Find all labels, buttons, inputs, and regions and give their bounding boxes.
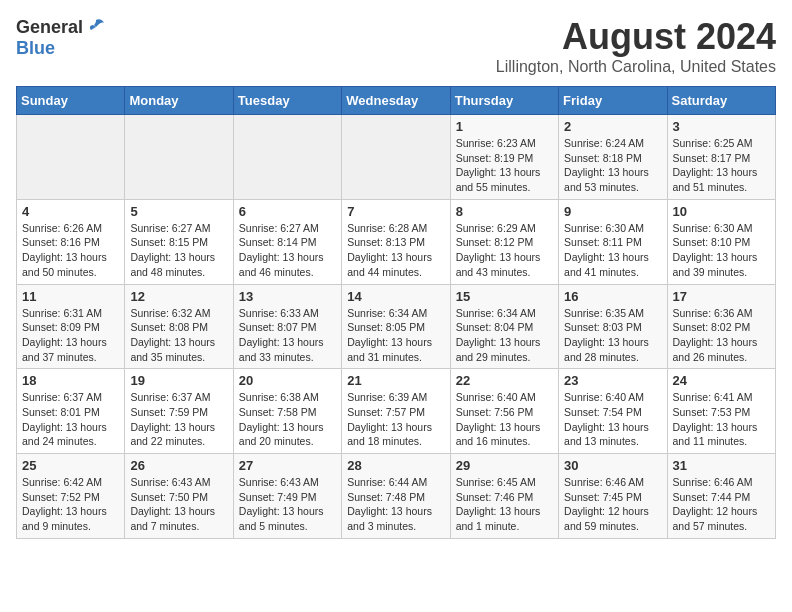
day-info: Sunrise: 6:37 AM Sunset: 8:01 PM Dayligh… [22, 390, 119, 449]
calendar-cell: 24Sunrise: 6:41 AM Sunset: 7:53 PM Dayli… [667, 369, 775, 454]
day-number: 7 [347, 204, 444, 219]
calendar-cell: 2Sunrise: 6:24 AM Sunset: 8:18 PM Daylig… [559, 115, 667, 200]
calendar-cell: 5Sunrise: 6:27 AM Sunset: 8:15 PM Daylig… [125, 199, 233, 284]
day-info: Sunrise: 6:26 AM Sunset: 8:16 PM Dayligh… [22, 221, 119, 280]
day-number: 10 [673, 204, 770, 219]
day-number: 30 [564, 458, 661, 473]
weekday-header: Wednesday [342, 87, 450, 115]
day-number: 2 [564, 119, 661, 134]
weekday-header: Tuesday [233, 87, 341, 115]
calendar-table: SundayMondayTuesdayWednesdayThursdayFrid… [16, 86, 776, 539]
calendar-cell: 9Sunrise: 6:30 AM Sunset: 8:11 PM Daylig… [559, 199, 667, 284]
calendar-week-row: 18Sunrise: 6:37 AM Sunset: 8:01 PM Dayli… [17, 369, 776, 454]
day-info: Sunrise: 6:30 AM Sunset: 8:11 PM Dayligh… [564, 221, 661, 280]
day-info: Sunrise: 6:37 AM Sunset: 7:59 PM Dayligh… [130, 390, 227, 449]
day-info: Sunrise: 6:46 AM Sunset: 7:45 PM Dayligh… [564, 475, 661, 534]
calendar-cell: 27Sunrise: 6:43 AM Sunset: 7:49 PM Dayli… [233, 454, 341, 539]
day-info: Sunrise: 6:32 AM Sunset: 8:08 PM Dayligh… [130, 306, 227, 365]
day-number: 29 [456, 458, 553, 473]
day-number: 20 [239, 373, 336, 388]
day-info: Sunrise: 6:24 AM Sunset: 8:18 PM Dayligh… [564, 136, 661, 195]
day-number: 14 [347, 289, 444, 304]
day-number: 23 [564, 373, 661, 388]
day-number: 25 [22, 458, 119, 473]
day-number: 17 [673, 289, 770, 304]
logo: General Blue [16, 16, 107, 59]
calendar-cell: 8Sunrise: 6:29 AM Sunset: 8:12 PM Daylig… [450, 199, 558, 284]
weekday-header-row: SundayMondayTuesdayWednesdayThursdayFrid… [17, 87, 776, 115]
calendar-week-row: 4Sunrise: 6:26 AM Sunset: 8:16 PM Daylig… [17, 199, 776, 284]
day-info: Sunrise: 6:40 AM Sunset: 7:56 PM Dayligh… [456, 390, 553, 449]
day-info: Sunrise: 6:33 AM Sunset: 8:07 PM Dayligh… [239, 306, 336, 365]
day-number: 28 [347, 458, 444, 473]
day-info: Sunrise: 6:42 AM Sunset: 7:52 PM Dayligh… [22, 475, 119, 534]
calendar-week-row: 1Sunrise: 6:23 AM Sunset: 8:19 PM Daylig… [17, 115, 776, 200]
calendar-cell [17, 115, 125, 200]
day-info: Sunrise: 6:39 AM Sunset: 7:57 PM Dayligh… [347, 390, 444, 449]
day-info: Sunrise: 6:30 AM Sunset: 8:10 PM Dayligh… [673, 221, 770, 280]
calendar-cell: 12Sunrise: 6:32 AM Sunset: 8:08 PM Dayli… [125, 284, 233, 369]
weekday-header: Friday [559, 87, 667, 115]
day-info: Sunrise: 6:43 AM Sunset: 7:50 PM Dayligh… [130, 475, 227, 534]
calendar-cell: 22Sunrise: 6:40 AM Sunset: 7:56 PM Dayli… [450, 369, 558, 454]
day-number: 15 [456, 289, 553, 304]
day-number: 16 [564, 289, 661, 304]
calendar-cell: 3Sunrise: 6:25 AM Sunset: 8:17 PM Daylig… [667, 115, 775, 200]
calendar-cell: 17Sunrise: 6:36 AM Sunset: 8:02 PM Dayli… [667, 284, 775, 369]
calendar-cell [125, 115, 233, 200]
day-number: 22 [456, 373, 553, 388]
day-number: 3 [673, 119, 770, 134]
day-info: Sunrise: 6:27 AM Sunset: 8:14 PM Dayligh… [239, 221, 336, 280]
day-number: 31 [673, 458, 770, 473]
day-number: 19 [130, 373, 227, 388]
logo-general: General [16, 17, 83, 38]
calendar-cell: 29Sunrise: 6:45 AM Sunset: 7:46 PM Dayli… [450, 454, 558, 539]
day-info: Sunrise: 6:25 AM Sunset: 8:17 PM Dayligh… [673, 136, 770, 195]
calendar-week-row: 25Sunrise: 6:42 AM Sunset: 7:52 PM Dayli… [17, 454, 776, 539]
day-info: Sunrise: 6:43 AM Sunset: 7:49 PM Dayligh… [239, 475, 336, 534]
calendar-cell [342, 115, 450, 200]
calendar-cell: 15Sunrise: 6:34 AM Sunset: 8:04 PM Dayli… [450, 284, 558, 369]
calendar-cell: 10Sunrise: 6:30 AM Sunset: 8:10 PM Dayli… [667, 199, 775, 284]
title-area: August 2024 Lillington, North Carolina, … [496, 16, 776, 76]
calendar-cell: 6Sunrise: 6:27 AM Sunset: 8:14 PM Daylig… [233, 199, 341, 284]
calendar-subtitle: Lillington, North Carolina, United State… [496, 58, 776, 76]
calendar-cell: 25Sunrise: 6:42 AM Sunset: 7:52 PM Dayli… [17, 454, 125, 539]
calendar-cell: 16Sunrise: 6:35 AM Sunset: 8:03 PM Dayli… [559, 284, 667, 369]
day-number: 21 [347, 373, 444, 388]
day-number: 26 [130, 458, 227, 473]
calendar-cell: 31Sunrise: 6:46 AM Sunset: 7:44 PM Dayli… [667, 454, 775, 539]
day-info: Sunrise: 6:31 AM Sunset: 8:09 PM Dayligh… [22, 306, 119, 365]
calendar-cell: 4Sunrise: 6:26 AM Sunset: 8:16 PM Daylig… [17, 199, 125, 284]
day-info: Sunrise: 6:38 AM Sunset: 7:58 PM Dayligh… [239, 390, 336, 449]
day-number: 8 [456, 204, 553, 219]
day-info: Sunrise: 6:45 AM Sunset: 7:46 PM Dayligh… [456, 475, 553, 534]
day-number: 24 [673, 373, 770, 388]
calendar-cell: 23Sunrise: 6:40 AM Sunset: 7:54 PM Dayli… [559, 369, 667, 454]
logo-blue: Blue [16, 38, 55, 59]
calendar-cell: 18Sunrise: 6:37 AM Sunset: 8:01 PM Dayli… [17, 369, 125, 454]
day-info: Sunrise: 6:35 AM Sunset: 8:03 PM Dayligh… [564, 306, 661, 365]
day-number: 11 [22, 289, 119, 304]
day-number: 27 [239, 458, 336, 473]
calendar-week-row: 11Sunrise: 6:31 AM Sunset: 8:09 PM Dayli… [17, 284, 776, 369]
day-info: Sunrise: 6:46 AM Sunset: 7:44 PM Dayligh… [673, 475, 770, 534]
day-number: 9 [564, 204, 661, 219]
day-info: Sunrise: 6:27 AM Sunset: 8:15 PM Dayligh… [130, 221, 227, 280]
calendar-cell [233, 115, 341, 200]
day-number: 1 [456, 119, 553, 134]
day-info: Sunrise: 6:29 AM Sunset: 8:12 PM Dayligh… [456, 221, 553, 280]
logo-bird-icon [85, 16, 107, 38]
calendar-cell: 1Sunrise: 6:23 AM Sunset: 8:19 PM Daylig… [450, 115, 558, 200]
day-info: Sunrise: 6:40 AM Sunset: 7:54 PM Dayligh… [564, 390, 661, 449]
day-number: 5 [130, 204, 227, 219]
day-info: Sunrise: 6:36 AM Sunset: 8:02 PM Dayligh… [673, 306, 770, 365]
weekday-header: Monday [125, 87, 233, 115]
weekday-header: Thursday [450, 87, 558, 115]
calendar-cell: 7Sunrise: 6:28 AM Sunset: 8:13 PM Daylig… [342, 199, 450, 284]
day-info: Sunrise: 6:23 AM Sunset: 8:19 PM Dayligh… [456, 136, 553, 195]
day-number: 13 [239, 289, 336, 304]
day-info: Sunrise: 6:34 AM Sunset: 8:05 PM Dayligh… [347, 306, 444, 365]
calendar-cell: 21Sunrise: 6:39 AM Sunset: 7:57 PM Dayli… [342, 369, 450, 454]
calendar-cell: 13Sunrise: 6:33 AM Sunset: 8:07 PM Dayli… [233, 284, 341, 369]
